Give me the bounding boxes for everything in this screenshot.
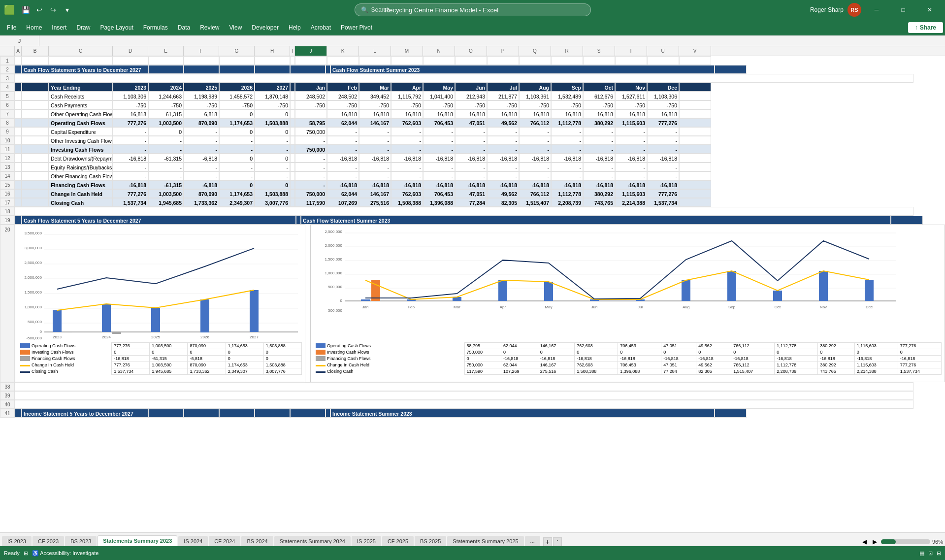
menu-powerpivot[interactable]: Power Pivot [336, 22, 377, 33]
chart-right: 2,500,000 2,000,000 1,500,000 1,000,000 … [310, 225, 945, 382]
svg-text:Oct: Oct [775, 305, 781, 309]
cell-icon: ⊞ [24, 550, 28, 557]
legend-change: Change In Cash Held 777,276 1,003,500 87… [18, 362, 302, 368]
legend-investing: Investing Cash Flows 0 0 0 0 0 [18, 349, 302, 356]
user-name: Roger Sharp [810, 6, 844, 13]
col-K[interactable]: K [327, 46, 359, 56]
col-T[interactable]: T [615, 46, 647, 56]
menu-help[interactable]: Help [284, 22, 306, 33]
svg-text:1,000,000: 1,000,000 [24, 305, 42, 309]
view-normal[interactable]: ▤ [919, 550, 924, 557]
search-icon: 🔍 [361, 6, 368, 13]
svg-text:2,500,000: 2,500,000 [24, 261, 42, 265]
menu-data[interactable]: Data [173, 22, 195, 33]
svg-text:1,000,000: 1,000,000 [325, 271, 342, 275]
col-M[interactable]: M [391, 46, 423, 56]
tab-is-2024[interactable]: IS 2024 [178, 536, 208, 546]
menu-file[interactable]: File [2, 22, 21, 33]
chart-right-svg: 2,500,000 2,000,000 1,500,000 1,000,000 … [313, 227, 901, 340]
chart-left-svg: 3,500,000 3,000,000 2,500,000 2,000,000 … [17, 227, 303, 340]
user-avatar[interactable]: RS [847, 3, 861, 17]
tab-statements-summary-2025[interactable]: Statements Summary 2025 [447, 536, 523, 546]
menu-home[interactable]: Home [21, 22, 47, 33]
tab-bs-2025[interactable]: BS 2025 [415, 536, 446, 546]
minimize-button[interactable]: ─ [865, 0, 888, 20]
menu-developer[interactable]: Developer [247, 22, 284, 33]
col-E[interactable]: E [148, 46, 184, 56]
maximize-button[interactable]: □ [892, 0, 914, 20]
menu-formulas[interactable]: Formulas [138, 22, 173, 33]
tab-bs-2023[interactable]: BS 2023 [65, 536, 97, 546]
tab-cf-2025[interactable]: CF 2025 [382, 536, 414, 546]
svg-text:Feb: Feb [408, 305, 415, 309]
chart-left-legend: Operating Cash Flows 777,276 1,003,500 8… [17, 341, 303, 376]
share-button[interactable]: ↑ Share [908, 22, 943, 33]
svg-text:2024: 2024 [102, 335, 111, 339]
menu-draw[interactable]: Draw [71, 22, 95, 33]
col-I[interactable]: I [290, 46, 295, 56]
line-change-cash [57, 290, 254, 310]
col-F[interactable]: F [184, 46, 219, 56]
row-9: 9Capital Expenditure-0-00750,000--------… [0, 127, 945, 136]
col-P[interactable]: P [487, 46, 519, 56]
tab-cf-2024[interactable]: CF 2024 [209, 536, 240, 546]
tab-statements-summary-2024[interactable]: Statements Summary 2024 [274, 536, 351, 546]
scroll-left-button[interactable]: ◀ [860, 537, 869, 546]
svg-text:Nov: Nov [820, 305, 827, 309]
col-H[interactable]: H [255, 46, 290, 56]
svg-text:Dec: Dec [866, 305, 873, 309]
name-box[interactable]: J [0, 35, 39, 46]
tab-is-2023[interactable]: IS 2023 [2, 536, 32, 546]
col-J[interactable]: J [295, 46, 327, 56]
tabbar: IS 2023 CF 2023 BS 2023 Statements Summa… [0, 532, 945, 546]
column-headers: A B C D E F G H I J K L M N O P Q R S T … [0, 46, 945, 56]
row-41: 41 Income Statement 5 Years to December … [0, 409, 945, 418]
scroll-right-button[interactable]: ▶ [871, 537, 879, 546]
menu-insert[interactable]: Insert [47, 22, 71, 33]
col-S[interactable]: S [583, 46, 615, 56]
customize-icon[interactable]: ▾ [61, 4, 73, 16]
tab-more[interactable]: ... [525, 536, 540, 546]
view-page[interactable]: ⊟ [937, 550, 941, 557]
save-icon[interactable]: 💾 [20, 4, 32, 16]
excel-icon: 🟩 [4, 4, 15, 15]
row-38: 38 [0, 382, 945, 391]
redo-icon[interactable]: ↪ [47, 4, 59, 16]
view-layout[interactable]: ⊡ [928, 550, 933, 557]
sheet-content[interactable]: 1 [0, 56, 945, 532]
tab-statements-summary-2023[interactable]: Statements Summary 2023 [98, 535, 177, 546]
col-N[interactable]: N [423, 46, 455, 56]
menu-pagelayout[interactable]: Page Layout [95, 22, 138, 33]
col-A[interactable]: A [15, 46, 22, 56]
chart-left-title: Cash Flow Statement 5 Years to December … [22, 216, 296, 225]
line-closing-cash [57, 248, 254, 289]
col-L[interactable]: L [359, 46, 391, 56]
titlebar: 🟩 💾 ↩ ↪ ▾ Recycling Centre Finance Model… [0, 0, 945, 20]
add-sheet-button[interactable]: + [543, 537, 552, 546]
zoom-slider[interactable] [881, 539, 930, 544]
undo-icon[interactable]: ↩ [33, 4, 45, 16]
svg-rect-45 [819, 271, 828, 301]
col-Q[interactable]: Q [519, 46, 551, 56]
col-D[interactable]: D [113, 46, 148, 56]
menu-view[interactable]: View [225, 22, 247, 33]
col-R[interactable]: R [551, 46, 583, 56]
year-ending-label: Year Ending [49, 83, 113, 92]
search-box[interactable]: 🔍 Search [355, 3, 591, 16]
col-V[interactable]: V [679, 46, 711, 56]
col-G[interactable]: G [219, 46, 255, 56]
col-B[interactable]: B [22, 46, 49, 56]
menu-review[interactable]: Review [195, 22, 224, 33]
close-button[interactable]: ✕ [918, 0, 941, 20]
sheet-menu-button[interactable]: ⋮ [553, 537, 562, 546]
tab-bs-2024[interactable]: BS 2024 [241, 536, 273, 546]
svg-text:Aug: Aug [683, 305, 689, 309]
tab-is-2025[interactable]: IS 2025 [352, 536, 381, 546]
col-O[interactable]: O [455, 46, 487, 56]
menu-acrobat[interactable]: Acrobat [306, 22, 336, 33]
formula-bar-area: J [0, 35, 945, 46]
col-U[interactable]: U [647, 46, 679, 56]
col-C[interactable]: C [49, 46, 113, 56]
tab-cf-2023[interactable]: CF 2023 [33, 536, 64, 546]
income-title-right: Income Statement Summer 2023 [330, 409, 715, 418]
